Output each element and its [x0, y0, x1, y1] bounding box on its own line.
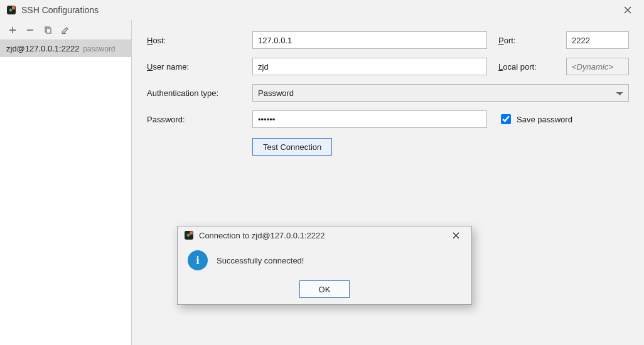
- auth-type-select[interactable]: Password: [252, 84, 629, 102]
- svg-rect-5: [190, 231, 193, 235]
- ssh-config-window: SSH Configurations: [0, 0, 644, 345]
- localport-label: Local port:: [498, 62, 555, 72]
- dialog-title: Connection to zjd@127.0.0.1:2222: [199, 231, 453, 240]
- dialog-titlebar: Connection to zjd@127.0.0.1:2222: [178, 226, 471, 244]
- dialog-message: Successfully connected!: [217, 256, 304, 265]
- connection-result-dialog: Connection to zjd@127.0.0.1:2222 i Succe…: [177, 226, 472, 305]
- port-input[interactable]: [566, 31, 629, 49]
- auth-label: Authentication type:: [147, 88, 241, 98]
- sidebar: zjd@127.0.0.1:2222 password: [0, 20, 132, 345]
- user-label-text: ser name:: [153, 62, 189, 72]
- port-label-text: ort:: [504, 36, 516, 45]
- sidebar-toolbar: [0, 20, 131, 40]
- window-title: SSH Configurations: [21, 5, 618, 15]
- host-label-text: ost:: [153, 36, 166, 45]
- config-item-sublabel: password: [83, 45, 115, 53]
- localport-input[interactable]: [566, 58, 629, 75]
- save-password-wrap[interactable]: Save password: [498, 112, 629, 126]
- host-label: Host:: [147, 36, 241, 45]
- save-password-label: Save password: [517, 115, 572, 124]
- host-input[interactable]: [252, 31, 487, 49]
- remove-icon[interactable]: [23, 23, 38, 38]
- password-label: Password:: [147, 115, 241, 124]
- edit-icon[interactable]: [58, 23, 73, 38]
- info-icon: i: [188, 250, 208, 270]
- ok-button[interactable]: OK: [299, 280, 350, 298]
- password-input[interactable]: [252, 110, 487, 128]
- dialog-footer: OK: [178, 274, 471, 304]
- add-icon[interactable]: [5, 23, 20, 38]
- save-password-checkbox[interactable]: [501, 114, 511, 124]
- close-icon[interactable]: [618, 1, 638, 19]
- test-connection-button[interactable]: Test Connection: [252, 138, 332, 156]
- test-connection-label: Test Connection: [263, 142, 321, 152]
- port-label: Port:: [498, 36, 555, 45]
- ok-label: OK: [319, 285, 331, 294]
- form-grid: Host: Port: User name: Local port: Authe…: [147, 31, 629, 156]
- user-input[interactable]: [252, 58, 487, 75]
- config-item-label: zjd@127.0.0.1:2222: [6, 44, 80, 53]
- svg-rect-3: [46, 28, 51, 33]
- svg-rect-1: [12, 6, 15, 9]
- test-connection-row: Test Connection: [252, 138, 487, 156]
- copy-icon[interactable]: [40, 23, 55, 38]
- app-icon: [6, 5, 16, 15]
- dialog-close-icon[interactable]: [453, 232, 465, 239]
- titlebar: SSH Configurations: [0, 0, 644, 20]
- localport-label-text: ocal port:: [503, 62, 536, 72]
- user-label: User name:: [147, 62, 241, 72]
- dialog-app-icon: [184, 230, 194, 240]
- dialog-body: i Successfully connected!: [178, 244, 471, 274]
- config-item-selected[interactable]: zjd@127.0.0.1:2222 password: [0, 40, 131, 57]
- config-list: zjd@127.0.0.1:2222 password: [0, 40, 131, 345]
